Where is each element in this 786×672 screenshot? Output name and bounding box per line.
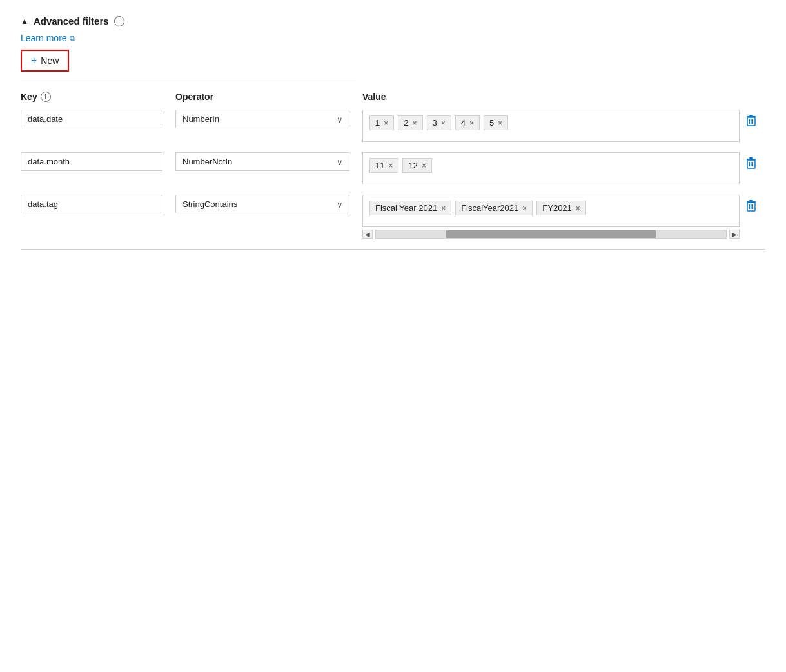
value-tag-text-2-2: FY2021 [542, 203, 572, 213]
delete-col-1 [740, 152, 765, 173]
filters-container: NumberInNumberNotInStringContainsStringN… [21, 110, 765, 239]
value-tag-0-2: 3× [427, 115, 451, 130]
column-headers: Key i Operator Value [21, 92, 765, 102]
filter-key-col-2 [21, 195, 175, 213]
key-column-header: Key i [21, 92, 175, 102]
filter-value-box-1: 11×12× [362, 152, 740, 184]
value-tag-0-4: 5× [484, 115, 508, 130]
value-tag-close-2-1[interactable]: × [522, 204, 527, 212]
new-filter-button[interactable]: + New [22, 51, 68, 70]
bottom-divider [21, 249, 765, 250]
header-divider [21, 81, 356, 81]
filter-key-input-0[interactable] [21, 110, 162, 128]
panel-title: Advanced filters [34, 15, 109, 26]
value-tag-text-1-1: 12 [408, 161, 417, 170]
value-tag-text-2-1: FiscalYear2021 [461, 203, 518, 213]
scroll-left-btn[interactable]: ◀ [362, 230, 373, 239]
key-info-icon[interactable]: i [41, 92, 51, 102]
scrollbar-row-2: ◀ ▶ [362, 230, 740, 239]
filter-operator-col-2: NumberInNumberNotInStringContainsStringN… [175, 195, 362, 213]
external-link-icon: ⧉ [70, 34, 75, 43]
delete-filter-button-0[interactable] [745, 114, 758, 130]
value-tag-close-2-0[interactable]: × [441, 204, 446, 212]
filter-value-col-1: 11×12× [362, 152, 740, 184]
value-tag-text-2-0: Fiscal Year 2021 [375, 203, 437, 213]
value-tag-close-0-0[interactable]: × [384, 119, 388, 127]
value-tag-text-0-2: 3 [433, 118, 437, 128]
collapse-arrow-icon[interactable]: ▲ [21, 17, 28, 26]
value-tag-close-0-1[interactable]: × [412, 119, 417, 127]
info-icon[interactable]: i [114, 16, 124, 26]
value-tag-close-0-4[interactable]: × [498, 119, 502, 127]
scroll-right-btn[interactable]: ▶ [729, 230, 740, 239]
filter-row-0: NumberInNumberNotInStringContainsStringN… [21, 110, 765, 142]
filter-key-input-2[interactable] [21, 195, 162, 213]
filter-key-col-0 [21, 110, 175, 128]
filter-row-2: NumberInNumberNotInStringContainsStringN… [21, 195, 765, 239]
value-tag-2-0: Fiscal Year 2021× [369, 201, 451, 215]
advanced-filters-header: ▲ Advanced filters i [21, 15, 765, 26]
value-tag-close-0-3[interactable]: × [469, 119, 474, 127]
learn-more-label: Learn more [21, 33, 67, 43]
delete-col-2 [740, 195, 765, 215]
svg-rect-0 [749, 115, 753, 116]
plus-icon: + [31, 55, 37, 66]
value-tag-0-3: 4× [455, 115, 480, 130]
operator-column-header: Operator [175, 92, 362, 102]
svg-rect-6 [749, 157, 753, 159]
value-tag-1-1: 12× [402, 158, 431, 173]
value-tag-2-1: FiscalYear2021× [455, 201, 533, 215]
filter-operator-select-1[interactable]: NumberInNumberNotInStringContainsStringN… [175, 152, 349, 171]
value-tag-1-0: 11× [369, 158, 398, 173]
value-tag-text-1-0: 11 [375, 161, 384, 170]
filter-key-col-1 [21, 152, 175, 171]
filter-value-col-2: Fiscal Year 2021×FiscalYear2021×FY2021× … [362, 195, 740, 239]
value-tag-close-0-2[interactable]: × [441, 119, 446, 127]
value-tag-close-1-0[interactable]: × [388, 162, 393, 170]
value-tag-close-1-1[interactable]: × [422, 162, 426, 170]
filter-value-col-0: 1×2×3×4×5× [362, 110, 740, 142]
scrollbar-track[interactable] [375, 230, 727, 239]
filter-row-1: NumberInNumberNotInStringContainsStringN… [21, 152, 765, 184]
value-tag-text-0-1: 2 [404, 118, 408, 128]
value-tag-0-0: 1× [369, 115, 394, 130]
svg-rect-12 [749, 200, 753, 201]
key-header-label: Key [21, 92, 37, 102]
value-tag-text-0-0: 1 [375, 118, 380, 128]
learn-more-link[interactable]: Learn more ⧉ [21, 33, 75, 43]
filter-operator-select-0[interactable]: NumberInNumberNotInStringContainsStringN… [175, 110, 349, 128]
filter-value-box-2: Fiscal Year 2021×FiscalYear2021×FY2021× [362, 195, 740, 227]
filter-key-input-1[interactable] [21, 152, 162, 171]
delete-filter-button-2[interactable] [745, 199, 758, 215]
value-column-header: Value [362, 92, 740, 102]
value-tag-text-0-3: 4 [461, 118, 466, 128]
delete-filter-button-1[interactable] [745, 156, 758, 173]
filter-operator-select-2[interactable]: NumberInNumberNotInStringContainsStringN… [175, 195, 349, 213]
new-button-label: New [41, 55, 59, 66]
new-button-highlight: + New [21, 50, 69, 72]
scrollbar-thumb [446, 230, 656, 238]
learn-more-row: Learn more ⧉ [21, 33, 765, 43]
filter-value-box-0: 1×2×3×4×5× [362, 110, 740, 142]
filter-operator-col-0: NumberInNumberNotInStringContainsStringN… [175, 110, 362, 128]
value-tag-text-0-4: 5 [489, 118, 494, 128]
value-tag-close-2-2[interactable]: × [576, 204, 580, 212]
delete-col-0 [740, 110, 765, 130]
value-tag-0-1: 2× [398, 115, 422, 130]
value-tag-2-2: FY2021× [536, 201, 586, 215]
filter-operator-col-1: NumberInNumberNotInStringContainsStringN… [175, 152, 362, 171]
